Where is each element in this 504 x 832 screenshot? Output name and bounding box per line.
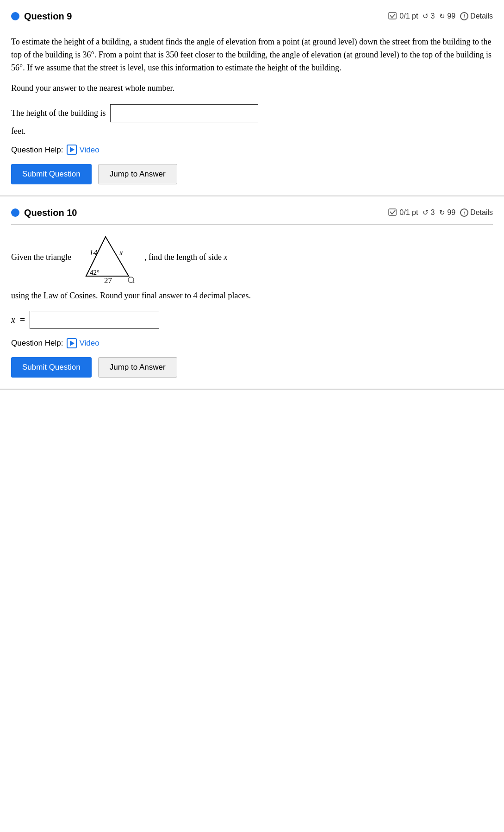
details-label-10: Details xyxy=(470,207,493,218)
question-9-body: To estimate the height of a building, a … xyxy=(11,36,493,95)
question-9-block: Question 9 0/1 pt ↺ 3 ↻ 99 i Details xyxy=(0,0,504,196)
q9-answer-input[interactable] xyxy=(110,104,258,122)
q10-given-suffix: , find the length of side x xyxy=(144,251,227,264)
q9-body-text: To estimate the height of a building, a … xyxy=(11,36,493,75)
q9-video-link[interactable]: Video xyxy=(67,144,99,156)
question-9-header-left: Question 9 xyxy=(11,9,72,23)
q10-given-row: Given the triangle 14 x 42° 27 xyxy=(11,232,493,283)
q10-play-triangle xyxy=(70,340,75,346)
score-icon-9: 0/1 pt xyxy=(388,11,418,22)
q9-help-row: Question Help: Video xyxy=(11,144,493,156)
svg-line-8 xyxy=(133,282,135,283)
question-9-dot xyxy=(11,12,19,20)
svg-text:x: x xyxy=(119,248,123,257)
question-10-header-left: Question 10 xyxy=(11,206,77,220)
q10-underline-round: Round your final answer to 4 decimal pla… xyxy=(100,291,251,300)
q10-x-input[interactable] xyxy=(30,311,159,329)
undo-item-9: ↺ 3 xyxy=(423,11,435,22)
q10-x-equals-row: x = xyxy=(11,311,493,329)
details-label-9: Details xyxy=(470,11,493,22)
question-10-block: Question 10 0/1 pt ↺ 3 ↻ 99 i Details xyxy=(0,196,504,390)
q9-round-text: Round your answer to the nearest whole n… xyxy=(11,82,493,95)
refresh-item-9: ↻ 99 xyxy=(439,11,455,22)
score-value-10: 0/1 pt xyxy=(399,207,418,218)
undo-value-9: 3 xyxy=(430,11,435,22)
q10-video-link[interactable]: Video xyxy=(67,337,99,349)
question-10-meta: 0/1 pt ↺ 3 ↻ 99 i Details xyxy=(388,207,493,218)
q10-triangle-figure: 14 x 42° 27 xyxy=(78,232,138,283)
q10-jump-button[interactable]: Jump to Answer xyxy=(98,357,177,378)
refresh-item-10: ↻ 99 xyxy=(439,207,455,218)
question-9-meta: 0/1 pt ↺ 3 ↻ 99 i Details xyxy=(388,11,493,22)
q10-triangle-svg: 14 x 42° 27 xyxy=(78,232,138,283)
q9-video-label: Video xyxy=(79,144,99,156)
q10-equals-label: = xyxy=(20,313,25,327)
refresh-icon-9: ↻ xyxy=(439,11,445,22)
q10-submit-button[interactable]: Submit Question xyxy=(11,357,92,378)
score-icon-10: 0/1 pt xyxy=(388,207,418,218)
svg-text:27: 27 xyxy=(104,276,112,283)
question-10-header: Question 10 0/1 pt ↺ 3 ↻ 99 i Details xyxy=(11,206,493,225)
svg-text:14: 14 xyxy=(89,248,98,257)
question-9-header: Question 9 0/1 pt ↺ 3 ↻ 99 i Details xyxy=(11,9,493,28)
q9-play-icon xyxy=(67,145,77,155)
q10-law-cosines: using the Law of Cosines. xyxy=(11,291,98,300)
q10-play-icon xyxy=(67,338,77,348)
undo-icon-9: ↺ xyxy=(423,11,429,22)
q10-side-x-label: x xyxy=(224,252,227,262)
question-9-title: Question 9 xyxy=(24,9,72,23)
info-icon-10: i xyxy=(460,208,468,217)
question-10-title: Question 10 xyxy=(24,206,77,220)
q9-help-label: Question Help: xyxy=(11,144,63,156)
undo-item-10: ↺ 3 xyxy=(423,207,435,218)
refresh-value-10: 99 xyxy=(447,207,455,218)
q9-jump-button[interactable]: Jump to Answer xyxy=(98,164,177,184)
details-link-9[interactable]: i Details xyxy=(460,11,493,22)
q10-x-label: x xyxy=(11,313,15,327)
question-10-dot xyxy=(11,208,19,217)
info-icon-9: i xyxy=(460,12,468,20)
q9-buttons-row: Submit Question Jump to Answer xyxy=(11,164,493,184)
svg-rect-1 xyxy=(389,209,396,215)
svg-rect-0 xyxy=(389,13,396,19)
q10-buttons-row: Submit Question Jump to Answer xyxy=(11,357,493,378)
q10-help-label: Question Help: xyxy=(11,337,63,349)
undo-value-10: 3 xyxy=(430,207,435,218)
refresh-icon-10: ↻ xyxy=(439,208,445,218)
q9-answer-row: The height of the building is xyxy=(11,104,493,122)
undo-icon-10: ↺ xyxy=(423,208,429,218)
checkbox-icon-9 xyxy=(388,12,398,20)
q10-body-line2: using the Law of Cosines. Round your fin… xyxy=(11,290,493,303)
q10-help-row: Question Help: Video xyxy=(11,337,493,349)
q9-submit-button[interactable]: Submit Question xyxy=(11,164,92,184)
checkbox-icon-10 xyxy=(388,208,398,217)
q10-round-text: Round your final answer to 4 decimal pla… xyxy=(100,291,251,300)
q9-feet-label: feet. xyxy=(11,125,493,138)
refresh-value-9: 99 xyxy=(447,11,455,22)
q10-video-label: Video xyxy=(79,337,99,349)
question-10-body: Given the triangle 14 x 42° 27 xyxy=(11,232,493,303)
svg-text:42°: 42° xyxy=(90,269,100,276)
q10-given-prefix: Given the triangle xyxy=(11,251,71,264)
score-value-9: 0/1 pt xyxy=(399,11,418,22)
q9-play-triangle xyxy=(70,147,75,152)
q9-answer-label: The height of the building is xyxy=(11,107,106,120)
details-link-10[interactable]: i Details xyxy=(460,207,493,218)
